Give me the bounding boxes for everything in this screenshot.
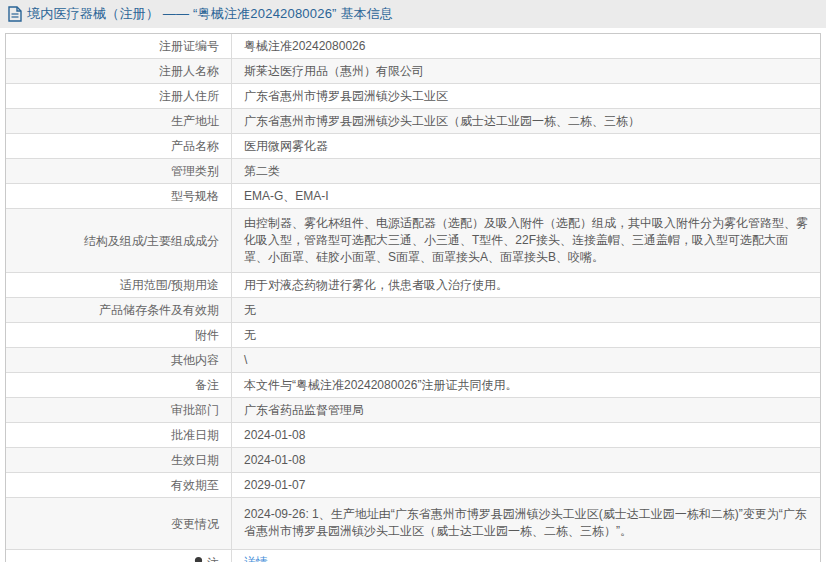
table-row-effective-date: 生效日期 2024-01-08 (6, 448, 820, 473)
row-value: 用于对液态药物进行雾化，供患者吸入治疗使用。 (244, 277, 508, 294)
row-value: 2029-01-07 (244, 477, 305, 494)
row-value: 广东省药品监督管理局 (244, 402, 364, 419)
row-label: 适用范围/预期用途 (6, 273, 232, 297)
table-row-note: 注 详情 (6, 550, 820, 562)
row-label: 结构及组成/主要组成成分 (6, 209, 232, 272)
row-value: 广东省惠州市博罗县园洲镇沙头工业区（威士达工业园一栋、二栋、三栋） (244, 113, 640, 130)
document-icon (8, 6, 22, 22)
row-value: 无 (244, 302, 256, 319)
row-value: 2024-01-08 (244, 427, 305, 444)
row-label: 生效日期 (6, 448, 232, 472)
table-row-structure-composition: 结构及组成/主要组成成分 由控制器、雾化杯组件、电源适配器（选配）及吸入附件（选… (6, 209, 820, 273)
table-row-storage-conditions: 产品储存条件及有效期 无 (6, 298, 820, 323)
note-label: 注 (207, 555, 219, 562)
row-label: 注册人住所 (6, 84, 232, 108)
row-value: 由控制器、雾化杯组件、电源适配器（选配）及吸入附件（选配）组成，其中吸入附件分为… (244, 215, 808, 266)
table-row-model-spec: 型号规格 EMA-G、EMA-I (6, 184, 820, 209)
row-label: 注 (6, 550, 232, 562)
table-row-registrant-address: 注册人住所 广东省惠州市博罗县园洲镇沙头工业区 (6, 84, 820, 109)
table-row-registrant-name: 注册人名称 斯莱达医疗用品（惠州）有限公司 (6, 59, 820, 84)
row-label: 注册人名称 (6, 59, 232, 83)
row-label: 生产地址 (6, 109, 232, 133)
row-label: 注册证编号 (6, 34, 232, 58)
details-link[interactable]: 详情 (244, 554, 268, 562)
page-title: 境内医疗器械（注册） —— “粤械注准20242080026” 基本信息 (27, 5, 393, 23)
row-value: 无 (244, 327, 256, 344)
row-value: 粤械注准20242080026 (244, 38, 365, 55)
row-value: 2024-01-08 (244, 452, 305, 469)
row-value: 斯莱达医疗用品（惠州）有限公司 (244, 63, 424, 80)
row-label: 产品储存条件及有效期 (6, 298, 232, 322)
row-label: 附件 (6, 323, 232, 347)
table-row-change-history: 变更情况 2024-09-26: 1、生产地址由“广东省惠州市博罗县园洲镇沙头工… (6, 498, 820, 550)
row-label: 产品名称 (6, 134, 232, 158)
table-row-expiry-date: 有效期至 2029-01-07 (6, 473, 820, 498)
row-value: 第二类 (244, 163, 280, 180)
table-row-approval-date: 批准日期 2024-01-08 (6, 423, 820, 448)
table-row-production-address: 生产地址 广东省惠州市博罗县园洲镇沙头工业区（威士达工业园一栋、二栋、三栋） (6, 109, 820, 134)
row-label: 批准日期 (6, 423, 232, 447)
table-row-management-class: 管理类别 第二类 (6, 159, 820, 184)
row-value: EMA-G、EMA-I (244, 188, 329, 205)
row-value: \ (244, 352, 247, 369)
table-row-other-content: 其他内容 \ (6, 348, 820, 373)
row-value: 广东省惠州市博罗县园洲镇沙头工业区 (244, 88, 448, 105)
lightbulb-icon (193, 556, 204, 562)
table-row-certificate-number: 注册证编号 粤械注准20242080026 (6, 34, 820, 59)
table-row-product-name: 产品名称 医用微网雾化器 (6, 134, 820, 159)
page-header: 境内医疗器械（注册） —— “粤械注准20242080026” 基本信息 (0, 0, 826, 28)
row-label: 变更情况 (6, 498, 232, 549)
table-row-approval-department: 审批部门 广东省药品监督管理局 (6, 398, 820, 423)
row-label: 审批部门 (6, 398, 232, 422)
table-row-intended-use: 适用范围/预期用途 用于对液态药物进行雾化，供患者吸入治疗使用。 (6, 273, 820, 298)
row-value: 本文件与“粤械注准20242080026”注册证共同使用。 (244, 377, 517, 394)
row-label: 备注 (6, 373, 232, 397)
row-label: 管理类别 (6, 159, 232, 183)
table-row-remarks: 备注 本文件与“粤械注准20242080026”注册证共同使用。 (6, 373, 820, 398)
row-label: 有效期至 (6, 473, 232, 497)
row-label: 其他内容 (6, 348, 232, 372)
registration-info-table: 注册证编号 粤械注准20242080026 注册人名称 斯莱达医疗用品（惠州）有… (5, 33, 821, 562)
row-label: 型号规格 (6, 184, 232, 208)
row-value: 2024-09-26: 1、生产地址由“广东省惠州市博罗县园洲镇沙头工业区(威士… (244, 506, 808, 540)
table-row-attachments: 附件 无 (6, 323, 820, 348)
row-value: 医用微网雾化器 (244, 138, 328, 155)
